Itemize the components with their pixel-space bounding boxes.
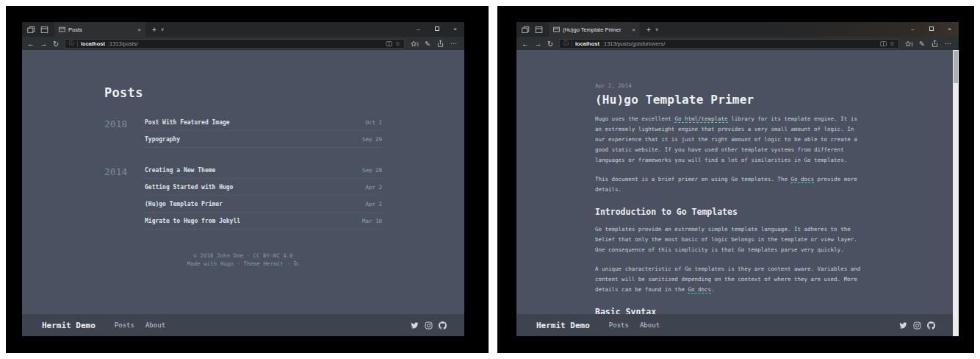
address-bar-divider	[77, 40, 78, 47]
year-group-2018: 2018 Post With Featured Image Oct 1 Typo…	[104, 114, 382, 148]
tab-close-icon[interactable]: ×	[136, 26, 141, 33]
refresh-button[interactable]: ↻	[53, 40, 59, 48]
nav-link-posts[interactable]: Posts	[609, 321, 629, 329]
post-date: Apr 2	[365, 201, 382, 207]
tabs-set-aside-icon[interactable]	[522, 26, 530, 34]
url-host: localhost	[575, 40, 599, 47]
paragraph-text: A unique characteristic of Go templates …	[595, 266, 860, 293]
page-scrollbar[interactable]	[953, 50, 959, 336]
new-tab-button[interactable]: +	[145, 26, 161, 34]
browser-tab[interactable]: (Hu)go Template Primer ×	[549, 22, 640, 37]
paragraph-text: This document is a brief primer on using…	[595, 176, 790, 182]
year-label: 2018	[104, 114, 145, 148]
add-favorite-star-icon[interactable]: ☆	[395, 40, 400, 47]
tab-preview-icon[interactable]	[535, 26, 543, 34]
reading-view-icon[interactable]	[386, 40, 392, 47]
reading-view-icon[interactable]	[880, 40, 887, 47]
link-go-docs[interactable]: Go docs	[790, 176, 814, 183]
minimize-button[interactable]: –	[904, 22, 922, 37]
footer-copyright: © 2018 John Doe · CC BY-NC 4.0	[104, 252, 382, 260]
tab-strip-actions	[516, 26, 549, 34]
post-title[interactable]: Getting Started with Hugo	[145, 184, 233, 191]
github-icon[interactable]	[439, 321, 447, 330]
maximize-icon	[435, 26, 439, 31]
post-list-item[interactable]: Getting Started with Hugo Apr 2	[145, 179, 382, 196]
forward-button[interactable]: →	[535, 40, 542, 48]
scrollbar-thumb[interactable]	[954, 51, 958, 83]
minimize-button[interactable]: –	[409, 22, 428, 37]
social-links	[899, 321, 935, 330]
link-go-docs[interactable]: Go docs	[688, 286, 711, 294]
rss-icon[interactable]	[293, 260, 299, 266]
tab-title: Posts	[68, 26, 133, 33]
post-list-item[interactable]: Creating a New Theme Sep 28	[145, 162, 382, 179]
hub-favorites-icon[interactable]	[411, 40, 419, 48]
github-icon[interactable]	[927, 321, 935, 330]
url-host: localhost	[81, 40, 105, 47]
tab-list-chevron-icon[interactable]: ∨	[161, 26, 165, 32]
post-list-item[interactable]: Post With Featured Image Oct 1	[145, 114, 382, 131]
post-title[interactable]: Migrate to Hugo from Jekyll	[145, 218, 240, 224]
address-bar-divider	[572, 40, 572, 47]
forward-button[interactable]: →	[40, 40, 48, 48]
maximize-button[interactable]	[428, 22, 446, 37]
twitter-icon[interactable]	[411, 321, 419, 330]
site-brand[interactable]: Hermit Demo	[536, 321, 590, 330]
nav-link-about[interactable]: About	[640, 321, 660, 329]
post-list-item[interactable]: (Hu)go Template Primer Apr 2	[145, 196, 382, 213]
tab-list-chevron-icon[interactable]: ∨	[655, 26, 659, 32]
tab-favicon-icon	[59, 26, 65, 32]
site-bottom-bar: Hermit Demo Posts About	[516, 314, 953, 336]
close-button[interactable]: ×	[446, 22, 464, 37]
window-controls: – ×	[409, 22, 464, 37]
tabs-set-aside-icon[interactable]	[27, 26, 35, 34]
twitter-icon[interactable]	[899, 321, 907, 330]
paragraph-text: Hugo uses the excellent	[595, 115, 674, 122]
maximize-icon	[929, 26, 934, 31]
site-info-icon[interactable]: ⓘ	[69, 40, 74, 47]
back-button[interactable]: ←	[27, 40, 35, 48]
nav-link-posts[interactable]: Posts	[115, 321, 134, 329]
hub-favorites-icon[interactable]	[905, 40, 913, 48]
right-navigation-toolbar: ← → ↻ ⓘ localhost :1313/posts/goisforlov…	[516, 37, 959, 50]
back-button[interactable]: ←	[522, 40, 529, 48]
site-info-icon[interactable]: ⓘ	[563, 40, 569, 47]
settings-more-icon[interactable]: ⋯	[450, 40, 459, 47]
post-title[interactable]: Typography	[145, 136, 180, 143]
new-tab-button[interactable]: +	[640, 26, 655, 34]
address-bar[interactable]: ⓘ localhost :1313/posts/ ☆	[65, 39, 405, 49]
post-list-item[interactable]: Migrate to Hugo from Jekyll Mar 10	[145, 213, 382, 230]
web-note-pen-icon[interactable]: ✎	[919, 40, 925, 48]
maximize-button[interactable]	[922, 22, 940, 37]
close-button[interactable]: ×	[940, 22, 959, 37]
instagram-icon[interactable]	[913, 321, 921, 330]
article-paragraph: Hugo uses the excellent Go html/template…	[595, 114, 867, 166]
share-icon[interactable]	[931, 40, 939, 48]
link-go-html-template[interactable]: Go html/template	[674, 115, 727, 123]
tab-preview-icon[interactable]	[40, 26, 48, 34]
tab-close-icon[interactable]: ×	[630, 26, 635, 33]
paragraph-text: .	[711, 286, 715, 293]
instagram-icon[interactable]	[425, 321, 433, 330]
post-title[interactable]: (Hu)go Template Primer	[145, 201, 223, 207]
tab-title: (Hu)go Template Primer	[563, 26, 627, 33]
tab-favicon-icon	[553, 26, 560, 32]
post-date: Sep 29	[362, 136, 382, 143]
post-title[interactable]: Creating a New Theme	[145, 167, 215, 174]
post-list: Post With Featured Image Oct 1 Typograph…	[145, 114, 382, 148]
post-list-item[interactable]: Typography Sep 29	[145, 131, 382, 148]
address-bar[interactable]: ⓘ localhost :1313/posts/goisforlovers/ ☆	[559, 39, 899, 49]
share-icon[interactable]	[436, 40, 444, 48]
url-path: :1313/posts/goisforlovers/	[602, 40, 665, 47]
social-links	[411, 321, 447, 330]
post-title[interactable]: Post With Featured Image	[145, 119, 230, 126]
post-date: Mar 10	[362, 218, 382, 224]
nav-link-about[interactable]: About	[145, 321, 165, 329]
refresh-button[interactable]: ↻	[547, 40, 553, 48]
article-title: (Hu)go Template Primer	[595, 93, 867, 107]
site-brand[interactable]: Hermit Demo	[42, 321, 96, 330]
web-note-pen-icon[interactable]: ✎	[425, 40, 430, 48]
add-favorite-star-icon[interactable]: ☆	[890, 40, 895, 47]
settings-more-icon[interactable]: ⋯	[945, 40, 954, 47]
browser-tab[interactable]: Posts ×	[54, 22, 145, 37]
